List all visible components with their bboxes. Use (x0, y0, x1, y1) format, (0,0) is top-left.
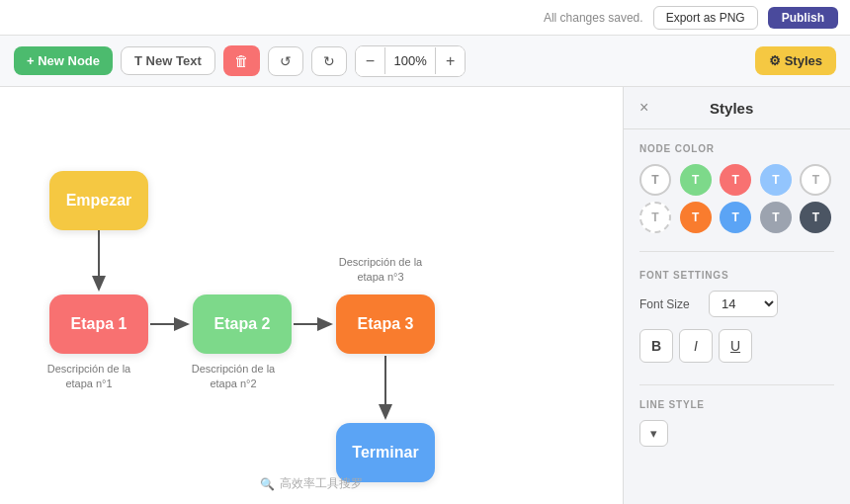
color-grid-row1: T T T T T (639, 164, 834, 196)
color-swatch-green[interactable]: T (680, 164, 712, 196)
trash-icon: 🗑 (234, 52, 249, 69)
styles-button[interactable]: ⚙ Styles (755, 46, 836, 75)
panel-header: × Styles (624, 87, 850, 129)
undo-button[interactable]: ↺ (268, 46, 303, 76)
font-style-row: B I U (639, 329, 834, 363)
color-grid-row2: T T T T T (639, 202, 834, 233)
color-swatch-blue[interactable]: T (720, 202, 751, 233)
font-size-row: Font Size 12 13 14 16 18 20 24 (639, 291, 834, 317)
node-color-section: NODE COLOR T T T T T T T T T T (624, 129, 850, 247)
divider-2 (639, 384, 834, 385)
main-area: Empezar Etapa 1 Etapa 2 Etapa 3 Terminar… (0, 87, 850, 504)
font-settings-label: FONT SETTINGS (639, 270, 834, 281)
color-swatch-gray[interactable]: T (760, 202, 792, 233)
zoom-out-button[interactable]: − (356, 46, 384, 76)
node-terminar[interactable]: Terminar (336, 423, 435, 482)
new-text-button[interactable]: T New Text (121, 46, 215, 75)
description-etapa3: Descripción de laetapa n°3 (326, 255, 435, 286)
panel-close-button[interactable]: × (639, 99, 648, 117)
styles-panel: × Styles NODE COLOR T T T T T T T T T T (623, 87, 850, 504)
font-settings-section: FONT SETTINGS Font Size 12 13 14 16 18 2… (624, 256, 850, 380)
zoom-in-button[interactable]: + (436, 46, 465, 76)
color-swatch-dark[interactable]: T (800, 202, 831, 233)
font-size-label: Font Size (639, 297, 699, 311)
saved-status: All changes saved. (544, 11, 643, 25)
italic-button[interactable]: I (679, 329, 713, 363)
top-bar: All changes saved. Export as PNG Publish (0, 0, 850, 36)
node-etapa2[interactable]: Etapa 2 (193, 294, 292, 354)
color-swatch-outline2[interactable]: T (639, 202, 671, 233)
description-etapa1: Descripción de laetapa n°1 (35, 362, 143, 392)
line-style-options: ▾ (639, 420, 834, 447)
node-etapa1[interactable]: Etapa 1 (49, 294, 148, 354)
divider-1 (639, 251, 834, 252)
node-color-label: NODE COLOR (639, 143, 834, 154)
panel-title: Styles (648, 100, 814, 117)
zoom-value: 100% (384, 47, 436, 74)
new-node-button[interactable]: + New Node (14, 46, 113, 75)
delete-button[interactable]: 🗑 (223, 45, 260, 76)
color-swatch-white[interactable]: T (639, 164, 671, 196)
color-swatch-red[interactable]: T (720, 164, 751, 196)
color-swatch-outline[interactable]: T (800, 164, 831, 196)
description-etapa2: Descripción de laetapa n°2 (179, 362, 288, 392)
color-swatch-blue-light[interactable]: T (760, 164, 792, 196)
export-png-button[interactable]: Export as PNG (653, 6, 758, 30)
canvas[interactable]: Empezar Etapa 1 Etapa 2 Etapa 3 Terminar… (0, 87, 623, 504)
toolbar: + New Node T New Text 🗑 ↺ ↻ − 100% + ⚙ S… (0, 36, 850, 87)
line-style-arrow-button[interactable]: ▾ (639, 420, 668, 447)
watermark: 🔍 高效率工具搜罗 (260, 475, 363, 492)
node-etapa3[interactable]: Etapa 3 (336, 294, 435, 354)
line-style-section: LINE STYLE ▾ (624, 389, 850, 455)
font-size-select[interactable]: 12 13 14 16 18 20 24 (709, 291, 778, 317)
node-empezar[interactable]: Empezar (49, 171, 148, 230)
color-swatch-orange[interactable]: T (680, 202, 712, 233)
underline-button[interactable]: U (719, 329, 752, 363)
publish-button[interactable]: Publish (768, 7, 838, 29)
bold-button[interactable]: B (639, 329, 673, 363)
zoom-control: − 100% + (355, 45, 467, 77)
redo-button[interactable]: ↻ (311, 46, 347, 76)
line-style-label: LINE STYLE (639, 399, 834, 410)
